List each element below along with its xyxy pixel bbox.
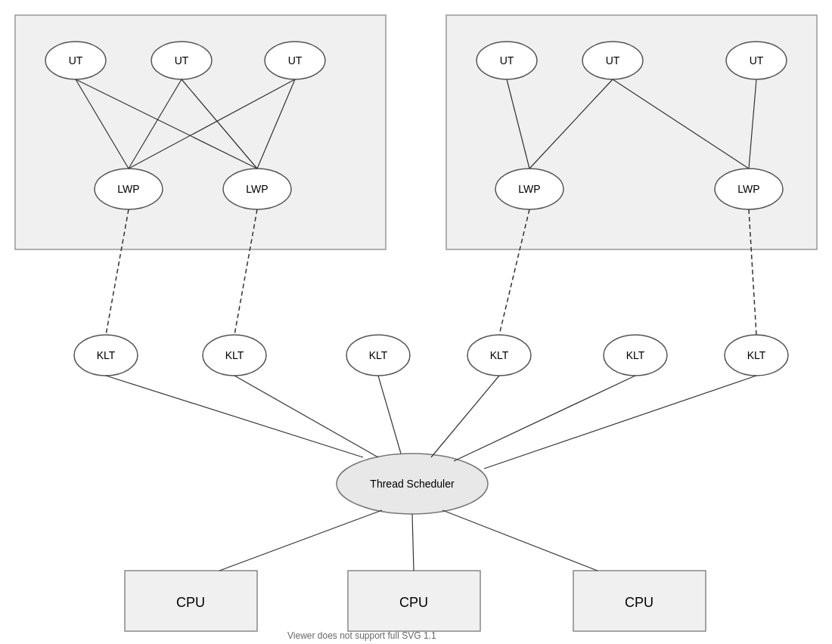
klt-scheduler-line [378,376,401,454]
klt-scheduler-line [484,376,756,469]
cpu-label-3: CPU [625,595,653,610]
cpu-label-1: CPU [176,595,205,610]
scheduler-label: Thread Scheduler [370,478,455,490]
ut-label: UT [750,54,764,67]
lwp-label: LWP [246,183,268,195]
klt-label: KLT [747,349,766,361]
klt-scheduler-line [106,376,363,457]
ut-label: UT [175,54,189,67]
klt-label: KLT [626,349,645,361]
klt-scheduler-line [431,376,499,457]
scheduler-cpu-line [219,510,382,571]
klt-scheduler-line [234,376,378,457]
klt-label: KLT [97,349,116,361]
footer-text: Viewer does not support full SVG 1.1 [287,630,436,641]
klt-label: KLT [490,349,509,361]
lwp-label: LWP [737,183,759,195]
klt-label: KLT [369,349,388,361]
cpu-label-2: CPU [399,595,428,610]
klt-label: KLT [225,349,244,361]
scheduler-cpu-line [442,510,598,571]
ut-label: UT [69,54,83,67]
lwp-label: LWP [117,183,139,195]
ut-label: UT [500,54,514,67]
ut-label: UT [606,54,620,67]
scheduler-cpu-line [412,514,414,571]
lwp-label: LWP [518,183,540,195]
ut-label: UT [288,54,303,67]
